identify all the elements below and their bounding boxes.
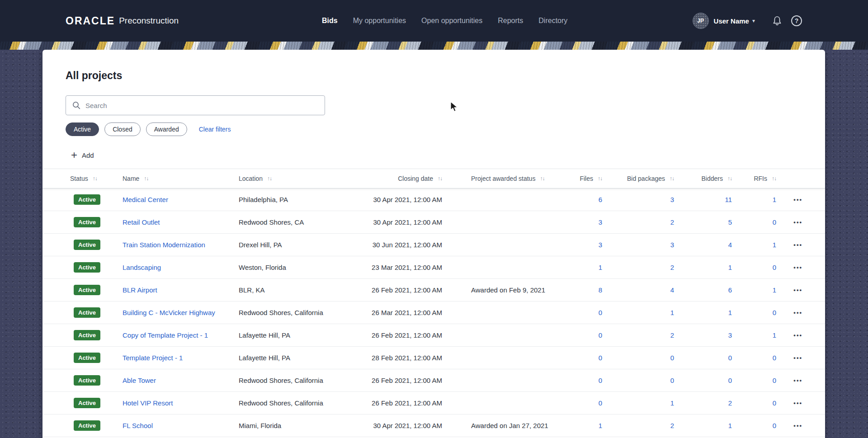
sort-icon[interactable]: ↑↓ (727, 175, 732, 182)
column-header-status[interactable]: Status ↑↓ (70, 175, 123, 182)
files-count-link[interactable]: 0 (599, 399, 602, 407)
project-name-link[interactable]: Copy of Template Project - 1 (123, 331, 208, 339)
rfis-count-link[interactable]: 0 (773, 354, 776, 362)
bidders-count-link[interactable]: 11 (725, 196, 732, 203)
sort-icon[interactable]: ↑↓ (144, 175, 148, 182)
files-count-link[interactable]: 3 (599, 241, 602, 249)
sort-icon[interactable]: ↑↓ (540, 175, 544, 182)
row-actions-button[interactable]: ••• (791, 375, 805, 386)
bid-packages-count-link[interactable]: 1 (670, 399, 674, 407)
search-input[interactable] (85, 102, 318, 109)
user-name[interactable]: User Name (714, 17, 749, 25)
files-count-link[interactable]: 1 (599, 264, 602, 271)
sort-icon[interactable]: ↑↓ (438, 175, 442, 182)
filter-chip-active[interactable]: Active (66, 122, 99, 136)
bid-packages-count-link[interactable]: 0 (670, 377, 674, 384)
rfis-count-link[interactable]: 0 (773, 377, 776, 384)
bid-packages-count-link[interactable]: 3 (670, 241, 674, 249)
nav-item-my-opportunities[interactable]: My opportunities (353, 17, 406, 25)
filter-chip-closed[interactable]: Closed (104, 122, 141, 136)
bid-packages-count-link[interactable]: 2 (670, 218, 674, 226)
files-count-link[interactable]: 0 (599, 354, 602, 362)
project-name-link[interactable]: Template Project - 1 (123, 354, 183, 362)
sort-icon[interactable]: ↑↓ (93, 175, 97, 182)
column-header-closing-date[interactable]: Closing date ↑↓ (370, 175, 442, 182)
row-actions-button[interactable]: ••• (791, 285, 805, 295)
help-button[interactable]: ? (791, 15, 802, 26)
bid-packages-count-link[interactable]: 2 (670, 331, 674, 339)
rfis-count-link[interactable]: 0 (773, 264, 776, 271)
column-header-bidders[interactable]: Bidders ↑↓ (674, 175, 732, 182)
files-count-link[interactable]: 0 (599, 331, 602, 339)
bid-packages-count-link[interactable]: 2 (670, 264, 674, 271)
bidders-count-link[interactable]: 0 (728, 377, 732, 384)
bidders-count-link[interactable]: 1 (728, 309, 732, 316)
sort-icon[interactable]: ↑↓ (772, 175, 776, 182)
files-count-link[interactable]: 0 (599, 377, 602, 384)
rfis-count-link[interactable]: 1 (773, 241, 776, 249)
row-actions-button[interactable]: ••• (791, 194, 805, 205)
clear-filters-link[interactable]: Clear filters (199, 126, 231, 133)
row-actions-button[interactable]: ••• (791, 330, 805, 340)
project-name-link[interactable]: FL School (123, 422, 153, 429)
filter-chip-awarded[interactable]: Awarded (146, 122, 187, 136)
project-name-link[interactable]: Train Station Modernization (123, 241, 205, 249)
nav-item-open-opportunities[interactable]: Open opportunities (421, 17, 482, 25)
bidders-count-link[interactable]: 4 (728, 241, 732, 249)
bidders-count-link[interactable]: 1 (728, 422, 732, 429)
files-count-link[interactable]: 6 (599, 196, 602, 203)
bid-packages-count-link[interactable]: 0 (670, 354, 674, 362)
sort-icon[interactable]: ↑↓ (267, 175, 272, 182)
bidders-count-link[interactable]: 5 (728, 218, 732, 226)
notifications-button[interactable] (772, 16, 782, 26)
bidders-count-link[interactable]: 2 (728, 399, 732, 407)
rfis-count-link[interactable]: 1 (773, 196, 776, 203)
row-actions-button[interactable]: ••• (791, 240, 805, 250)
row-actions-button[interactable]: ••• (791, 353, 805, 363)
column-header-project-awarded-status[interactable]: Project awarded status ↑↓ (442, 175, 571, 182)
row-actions-button[interactable]: ••• (791, 420, 805, 431)
bidders-count-link[interactable]: 0 (728, 354, 732, 362)
files-count-link[interactable]: 0 (599, 309, 602, 316)
project-name-link[interactable]: Medical Center (123, 196, 168, 203)
rfis-count-link[interactable]: 1 (773, 331, 776, 339)
bid-packages-count-link[interactable]: 4 (670, 286, 674, 294)
bid-packages-count-link[interactable]: 3 (670, 196, 674, 203)
rfis-count-link[interactable]: 1 (773, 286, 776, 294)
rfis-count-link[interactable]: 0 (773, 422, 776, 429)
bidders-count-link[interactable]: 3 (728, 331, 732, 339)
column-header-location[interactable]: Location ↑↓ (239, 175, 370, 182)
rfis-count-link[interactable]: 0 (773, 309, 776, 316)
project-name-link[interactable]: Retail Outlet (123, 218, 160, 226)
column-header-name[interactable]: Name ↑↓ (123, 175, 239, 182)
project-name-link[interactable]: Hotel VIP Resort (123, 399, 173, 407)
sort-icon[interactable]: ↑↓ (598, 175, 602, 182)
files-count-link[interactable]: 3 (599, 218, 602, 226)
row-actions-button[interactable]: ••• (791, 217, 805, 227)
rfis-count-link[interactable]: 0 (773, 399, 776, 407)
bidders-count-link[interactable]: 6 (728, 286, 732, 294)
nav-item-bids[interactable]: Bids (322, 17, 338, 25)
avatar[interactable]: JP (693, 13, 709, 29)
column-header-files[interactable]: Files ↑↓ (571, 175, 602, 182)
nav-item-directory[interactable]: Directory (538, 17, 567, 25)
row-actions-button[interactable]: ••• (791, 398, 805, 408)
bid-packages-count-link[interactable]: 1 (670, 309, 674, 316)
chevron-down-icon[interactable]: ▾ (752, 18, 755, 24)
project-name-link[interactable]: BLR Airport (123, 286, 157, 294)
add-project-button[interactable]: + Add (71, 149, 94, 161)
row-actions-button[interactable]: ••• (791, 307, 805, 318)
rfis-count-link[interactable]: 0 (773, 218, 776, 226)
column-header-rfis[interactable]: RFIs ↑↓ (732, 175, 776, 182)
bidders-count-link[interactable]: 1 (728, 264, 732, 271)
files-count-link[interactable]: 1 (599, 422, 602, 429)
files-count-link[interactable]: 8 (599, 286, 602, 294)
project-name-link[interactable]: Landscaping (123, 264, 161, 271)
sort-icon[interactable]: ↑↓ (670, 175, 674, 182)
bid-packages-count-link[interactable]: 2 (670, 422, 674, 429)
nav-item-reports[interactable]: Reports (498, 17, 523, 25)
column-header-bid-packages[interactable]: Bid packages ↑↓ (602, 175, 674, 182)
project-name-link[interactable]: Building C - McVicker Highway (123, 309, 215, 316)
row-actions-button[interactable]: ••• (791, 262, 805, 273)
project-name-link[interactable]: Able Tower (123, 377, 156, 384)
